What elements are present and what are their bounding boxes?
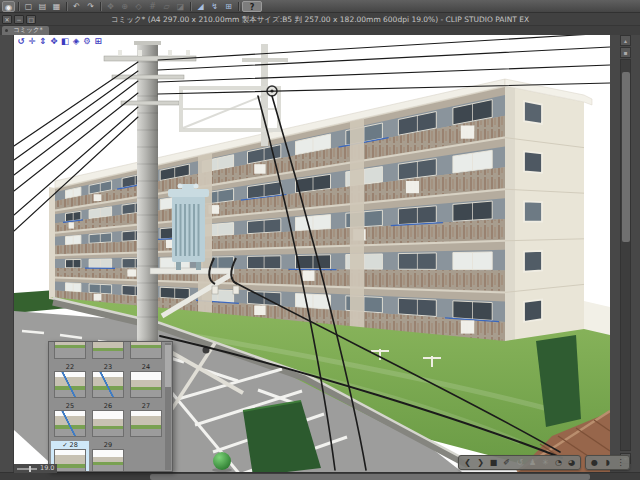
drag-handle-icon[interactable]: ⋮ [615, 456, 626, 469]
thumbnail-label: 29 [104, 441, 112, 449]
thumbnail-page[interactable] [51, 341, 89, 362]
toolbar-separator [66, 2, 67, 11]
object-pan-icon[interactable]: ◈ [71, 36, 81, 46]
thumbnail-label: 22 [66, 363, 74, 371]
zoom-value: 19.0 [40, 464, 54, 473]
open-file-icon[interactable]: ▤ [36, 1, 49, 12]
thumbnail-label: 26 [104, 402, 112, 410]
stop-icon[interactable]: ■ [488, 456, 499, 469]
thumbnail-label: 23 [104, 363, 112, 371]
camera-orbit-vertical-icon[interactable]: ◕ [566, 456, 577, 469]
thumbnail-image [92, 341, 124, 359]
next-pose-icon[interactable]: ❯ [475, 456, 486, 469]
object-rotate-icon[interactable]: ◧ [60, 36, 70, 46]
thumbnail-image [54, 410, 86, 437]
camera-pan-icon[interactable]: ✛ [27, 36, 37, 46]
page-thumbnail-panel: 22 23 24 25 26 [48, 341, 173, 472]
left-palette-dock [0, 35, 14, 472]
new-file-icon[interactable]: ▢ [22, 1, 35, 12]
snap-grid-icon[interactable]: ⊞ [222, 1, 235, 12]
thumbnail-number: 28 [70, 441, 78, 449]
thumbnail-image [130, 410, 162, 437]
toolbar-separator [238, 2, 239, 11]
snap-special-ruler-icon[interactable]: ↯ [208, 1, 221, 12]
thumbnail-image [54, 371, 86, 398]
thumbnail-image [54, 341, 86, 359]
canvas-area[interactable]: ↺ ✛ ⇕ ✥ ◧ ◈ ⚙ ⊞ 19.0 [14, 35, 610, 472]
zoom-slider-knob[interactable] [29, 466, 31, 472]
tab-modified-dot-icon [5, 29, 8, 32]
3d-launcher-side-group: ● ◗ ⋮ [585, 455, 630, 470]
clip-studio-logo-icon[interactable]: ◉ [2, 1, 15, 12]
undo-icon[interactable]: ↶ [70, 1, 83, 12]
thumbnail-label: 27 [142, 402, 150, 410]
thumbnail-page-24[interactable]: 24 [127, 363, 165, 401]
zoom-indicator: 19.0 [14, 464, 57, 473]
thumbnail-page-23[interactable]: 23 [89, 363, 127, 401]
toolbar-separator [100, 2, 101, 11]
thumbnail-page-22[interactable]: 22 [51, 363, 89, 401]
snap-3d-icon[interactable]: ⚙ [82, 36, 92, 46]
thumbnail-panel-scrollbar-thumb[interactable] [165, 345, 171, 387]
document-tab-strip: コミック* [0, 26, 640, 35]
3d-launcher-main-group: ❮ ❯ ■ ✐ ↺ ♟ ✳ ◔ ◕ [458, 455, 581, 470]
save-file-icon[interactable]: ▦ [50, 1, 63, 12]
vertical-scrollbar[interactable] [620, 59, 631, 451]
thumbnail-panel-scrollbar[interactable] [165, 343, 171, 470]
previous-pose-icon[interactable]: ❮ [462, 456, 473, 469]
thumbnail-image [92, 371, 124, 398]
flip-horizontal-icon: ▱ [160, 1, 173, 12]
thumbnail-label: ✓ 28 [62, 441, 78, 449]
thumbnail-label: 24 [142, 363, 150, 371]
window-title: コミック* (A4 297.00 x 210.00mm 製本サイズ:B5 判 2… [0, 13, 640, 26]
thumbnail-image [54, 449, 86, 472]
object-move-icon[interactable]: ✥ [49, 36, 59, 46]
free-transform-icon: ✥ [104, 1, 117, 12]
camera-orbit-horizontal-icon[interactable]: ◔ [553, 456, 564, 469]
thumbnail-page-29[interactable]: 29 [89, 441, 127, 472]
vertical-scrollbar-thumb[interactable] [622, 72, 630, 242]
scale-rotate-icon: ⊕ [118, 1, 131, 12]
horizontal-scrollbar-thumb[interactable] [150, 474, 590, 480]
root-manipulator-icon[interactable]: ● [589, 456, 600, 469]
toolbar-separator [190, 2, 191, 11]
main-toolbar: ◉ ▢ ▤ ▦ ↶ ↷ ✥ ⊕ ◇ # ▱ ◪ ◢ ↯ ⊞ ? [0, 0, 640, 13]
document-tab[interactable]: コミック* [2, 26, 49, 35]
thumbnail-page[interactable] [89, 341, 127, 362]
help-icon[interactable]: ? [242, 1, 262, 12]
fill-tool-icon: ◪ [174, 1, 187, 12]
document-tab-label: コミック* [13, 26, 43, 34]
thumbnail-image [130, 371, 162, 398]
clip-studio-paint-window: ◉ ▢ ▤ ▦ ↶ ↷ ✥ ⊕ ◇ # ▱ ◪ ◢ ↯ ⊞ ? ✕ − □ コミ… [0, 0, 640, 480]
object-list-icon[interactable]: ⊞ [93, 36, 103, 46]
right-scroll-zone: ▴ ▪ ▾ [610, 35, 640, 472]
checkmark-icon: ✓ [62, 441, 67, 449]
3d-object-toolbar: ↺ ✛ ⇕ ✥ ◧ ◈ ⚙ ⊞ [16, 36, 103, 46]
thumbnail-page-27[interactable]: 27 [127, 402, 165, 440]
mesh-transform-icon: # [146, 1, 159, 12]
edit-pose-icon[interactable]: ✐ [501, 456, 512, 469]
scroll-up-button[interactable]: ▴ [620, 35, 631, 46]
rotate-joint-icon: ↺ [514, 456, 525, 469]
redo-icon[interactable]: ↷ [84, 1, 97, 12]
thumbnail-image [92, 449, 124, 472]
snap-ruler-icon[interactable]: ◢ [194, 1, 207, 12]
3d-launcher-bar: ❮ ❯ ■ ✐ ↺ ♟ ✳ ◔ ◕ ● ◗ ⋮ [458, 455, 630, 470]
thumbnail-page[interactable] [127, 341, 165, 362]
toolbar-separator [18, 2, 19, 11]
thumbnail-image [92, 410, 124, 437]
pose-material-icon[interactable]: ◗ [602, 456, 613, 469]
camera-rotate-icon[interactable]: ↺ [16, 36, 26, 46]
camera-zoom-icon[interactable]: ⇕ [38, 36, 48, 46]
thumbnail-label: 25 [66, 402, 74, 410]
rotate-icon: ◇ [132, 1, 145, 12]
thumbnail-page-26[interactable]: 26 [89, 402, 127, 440]
thumbnail-image [130, 341, 162, 359]
thumbnail-page-25[interactable]: 25 [51, 402, 89, 440]
zoom-slider[interactable] [17, 468, 37, 470]
fix-pose-icon: ✳ [540, 456, 551, 469]
thumbnail-grid: 22 23 24 25 26 [51, 341, 167, 472]
horizontal-scrollbar[interactable] [0, 472, 640, 480]
scroll-page-button[interactable]: ▪ [620, 47, 631, 58]
move-character-icon: ♟ [527, 456, 538, 469]
